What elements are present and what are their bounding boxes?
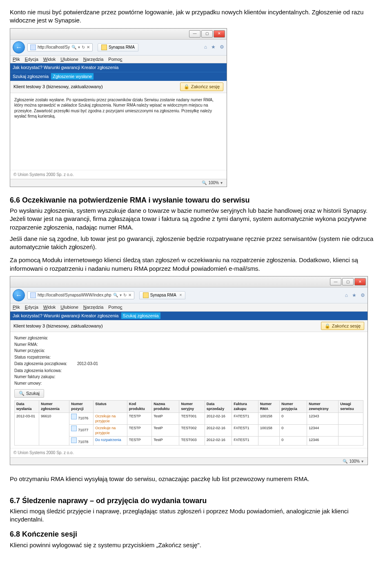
logout-button[interactable]: 🔒 Zakończ sesję — [180, 82, 223, 91]
browser-status-bar: 🔍 100% ▾ — [10, 179, 227, 187]
maximize-icon[interactable]: ▢ — [201, 30, 213, 38]
menu-plik[interactable]: Plik — [13, 56, 20, 62]
results-table: Data wysłaniaNumer zgłoszeniaNumer pozyc… — [14, 400, 363, 446]
zoom-value[interactable]: 100% — [349, 459, 360, 464]
home-icon[interactable]: ⌂ — [204, 44, 207, 50]
lock-icon: 🔒 — [184, 84, 189, 90]
refresh-icon[interactable]: ↻ — [123, 292, 127, 298]
window-titlebar: — ▢ ✕ — [10, 29, 227, 40]
row-icon[interactable] — [71, 414, 77, 419]
stop-icon[interactable]: ✕ — [128, 292, 131, 298]
magnifier-icon: 🔍 — [19, 390, 24, 397]
field-nr-faktury[interactable] — [76, 377, 79, 377]
row-icon[interactable] — [71, 426, 77, 431]
table-header: Numer seryjny — [179, 401, 205, 412]
table-header: Numer pozycji — [69, 401, 94, 412]
menu-ulubione[interactable]: Ulubione — [60, 56, 78, 62]
minimize-icon[interactable]: — — [189, 30, 200, 38]
back-icon[interactable]: ← — [13, 41, 25, 53]
menu-pomoc[interactable]: Pomoc — [108, 56, 122, 62]
table-row: 2012-03-019661071076Oczekuje na przyjęci… — [15, 412, 363, 424]
field-data-konc[interactable] — [76, 370, 79, 371]
heading-6-8: 6.8 Kończenie sesji — [10, 529, 382, 539]
tab-favicon — [101, 45, 107, 50]
row-icon[interactable] — [71, 437, 77, 443]
label-numer-rma: Numer RMA: — [14, 342, 76, 348]
menu-widok[interactable]: Widok — [43, 56, 56, 62]
menu-plik[interactable]: Plik — [13, 304, 20, 310]
refresh-icon[interactable]: ↻ — [82, 45, 85, 50]
maximize-icon[interactable]: ▢ — [342, 278, 354, 285]
favorites-icon[interactable]: ★ — [211, 44, 216, 50]
content-message: Zgłoszenie zostało wysłane. Po sprawdzen… — [10, 93, 227, 170]
menu-widok[interactable]: Widok — [43, 304, 56, 310]
label-nr-faktury: Numer faktury zakupu: — [14, 374, 76, 380]
address-bar-row: ← http://localhost/SynapsaWWW/index.php … — [10, 287, 368, 303]
paragraph-intro: Konto nie musi być potwierdzane przez po… — [10, 8, 382, 25]
browser-tab[interactable]: Synapsa RMA — [98, 43, 138, 51]
gear-icon[interactable]: ⚙ — [220, 44, 224, 50]
address-bar-row: ← http://localhost/Sy 🔍 ▾ ↻ ✕ Synapsa RM… — [10, 40, 227, 56]
label-data-pocz: Data zgłoszenia początkowa: — [14, 361, 76, 367]
menu-pomoc[interactable]: Pomoc — [108, 304, 122, 310]
browser-menu: Plik Edycja Widok Ulubione Narzędzia Pom… — [10, 56, 227, 64]
table-header: Numer przyjęcia — [280, 401, 307, 412]
tab-close-icon[interactable]: × — [180, 292, 182, 298]
gear-icon[interactable]: ⚙ — [361, 292, 365, 299]
field-numer-zgl[interactable] — [76, 338, 79, 339]
zoom-value[interactable]: 100% — [208, 180, 219, 186]
menu-narzedzia[interactable]: Narzędzia — [83, 56, 104, 62]
table-header: Numer zgłoszenia — [39, 401, 69, 412]
app-nav-secondary: Szukaj zgłoszenia Zgłoszenie wysłane — [10, 72, 227, 81]
screenshot-1-browser-window: — ▢ ✕ ← http://localhost/Sy 🔍 ▾ ↻ ✕ Syna… — [10, 28, 227, 187]
back-icon[interactable]: ← — [13, 289, 25, 301]
field-status[interactable] — [76, 357, 79, 358]
client-label: Klient testowy 3 (biznesowy, zaktualizow… — [13, 323, 103, 329]
field-data-pocz[interactable]: 2012-03-01 — [76, 361, 100, 367]
stop-icon[interactable]: ✕ — [87, 45, 90, 50]
heading-6-7: 6.7 Śledzenie naprawy – od przyjęcia do … — [10, 496, 382, 506]
table-header: Uwagi serwisu — [339, 401, 363, 412]
browser-tab[interactable]: Synapsa RMA × — [139, 291, 186, 299]
search-button[interactable]: 🔍 Szukaj — [14, 389, 44, 398]
browser-tools: ⌂ ★ ⚙ — [345, 292, 365, 299]
table-header: Status — [94, 401, 127, 412]
favorites-icon[interactable]: ★ — [352, 292, 356, 299]
copyright-text: © Union Systems 2000 Sp. z o.o. — [10, 448, 368, 457]
label-nr-umowy: Numer umowy: — [14, 381, 76, 386]
table-header: Data sprzedaży — [205, 401, 232, 412]
close-icon[interactable]: ✕ — [214, 30, 225, 38]
table-header: Nazwa produktu — [152, 401, 179, 412]
minimize-icon[interactable]: — — [330, 278, 341, 285]
paragraph-6-8: Klienci powinni wylogować się z systemu … — [10, 541, 382, 549]
tab-favicon — [143, 292, 149, 298]
zoom-icon[interactable]: 🔍 — [343, 459, 347, 464]
paragraph-6-6-b: Jeśli dane nie są zgodne, lub towar jest… — [10, 235, 382, 252]
close-icon[interactable]: ✕ — [354, 278, 366, 285]
table-header: Kod produktu — [127, 401, 152, 412]
label-data-konc: Data zgłoszenia końcowa: — [14, 368, 76, 374]
nav-szukaj-zgloszenia[interactable]: Szukaj zgłoszenia — [121, 312, 160, 319]
field-nr-umowy[interactable] — [76, 383, 79, 384]
heading-6-6: 6.6 Oczekiwanie na potwierdzenie RMA i w… — [10, 195, 382, 205]
menu-narzedzia[interactable]: Narzędzia — [83, 304, 104, 310]
table-header: Numer RMA — [258, 401, 280, 412]
url-field[interactable]: http://localhost/SynapsaWWW/index.php 🔍 … — [27, 291, 134, 299]
nav-zgloszenie-wyslane[interactable]: Zgłoszenie wysłane — [51, 73, 94, 80]
search-icon[interactable]: 🔍 — [113, 292, 118, 298]
menu-edycja[interactable]: Edycja — [25, 56, 38, 62]
search-icon[interactable]: 🔍 — [71, 45, 76, 50]
page-icon — [30, 292, 36, 298]
zoom-icon[interactable]: 🔍 — [202, 180, 207, 186]
field-numer-rma[interactable] — [76, 344, 79, 345]
menu-ulubione[interactable]: Ulubione — [60, 304, 78, 310]
nav-szukaj-zgloszenia[interactable]: Szukaj zgłoszenia — [13, 74, 49, 79]
browser-tools: ⌂ ★ ⚙ — [204, 44, 224, 50]
home-icon[interactable]: ⌂ — [345, 292, 348, 299]
field-numer-przy[interactable] — [76, 350, 79, 351]
logout-button[interactable]: 🔒 Zakończ sesję — [321, 322, 364, 330]
app-nav-primary: Jak korzystać? Warunki gwarancji Kreator… — [10, 312, 368, 320]
url-field[interactable]: http://localhost/Sy 🔍 ▾ ↻ ✕ — [27, 43, 93, 51]
label-status: Status rozpatrzenia: — [14, 354, 76, 360]
menu-edycja[interactable]: Edycja — [25, 304, 38, 310]
